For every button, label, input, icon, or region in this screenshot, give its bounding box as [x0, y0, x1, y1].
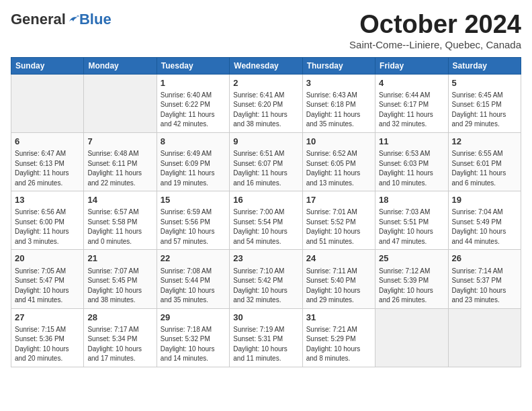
page-header: General Blue October 2024 Saint-Come--Li… — [11, 11, 521, 50]
calendar-cell: 18Sunrise: 7:03 AM Sunset: 5:51 PM Dayli… — [375, 191, 448, 250]
day-number: 4 — [379, 77, 444, 89]
day-number: 29 — [161, 312, 226, 324]
week-row-3: 13Sunrise: 6:56 AM Sunset: 6:00 PM Dayli… — [11, 191, 521, 250]
day-number: 27 — [15, 312, 80, 324]
calendar-cell: 13Sunrise: 6:56 AM Sunset: 6:00 PM Dayli… — [11, 191, 84, 250]
day-info: Sunrise: 6:40 AM Sunset: 6:22 PM Dayligh… — [161, 91, 226, 130]
day-info: Sunrise: 6:53 AM Sunset: 6:03 PM Dayligh… — [379, 149, 444, 188]
calendar-cell: 5Sunrise: 6:45 AM Sunset: 6:15 PM Daylig… — [448, 74, 521, 132]
day-number: 14 — [87, 194, 152, 206]
calendar-cell: 20Sunrise: 7:05 AM Sunset: 5:47 PM Dayli… — [11, 250, 84, 308]
calendar-cell: 23Sunrise: 7:10 AM Sunset: 5:42 PM Dayli… — [230, 250, 302, 308]
week-row-4: 20Sunrise: 7:05 AM Sunset: 5:47 PM Dayli… — [11, 250, 521, 308]
day-info: Sunrise: 7:08 AM Sunset: 5:44 PM Dayligh… — [161, 267, 226, 306]
calendar-cell — [11, 74, 84, 132]
day-number: 30 — [233, 312, 298, 324]
calendar-cell: 12Sunrise: 6:55 AM Sunset: 6:01 PM Dayli… — [448, 132, 521, 191]
day-info: Sunrise: 7:11 AM Sunset: 5:40 PM Dayligh… — [306, 267, 371, 306]
calendar-table: SundayMondayTuesdayWednesdayThursdayFrid… — [11, 57, 521, 367]
calendar-cell: 21Sunrise: 7:07 AM Sunset: 5:45 PM Dayli… — [84, 250, 157, 308]
day-number: 6 — [15, 136, 80, 148]
day-number: 17 — [306, 194, 371, 206]
day-info: Sunrise: 6:45 AM Sunset: 6:15 PM Dayligh… — [452, 91, 517, 130]
logo-bird-icon — [67, 13, 79, 26]
day-number: 2 — [233, 77, 298, 89]
day-info: Sunrise: 6:47 AM Sunset: 6:13 PM Dayligh… — [15, 149, 80, 188]
title-block: October 2024 Saint-Come--Liniere, Quebec… — [349, 11, 521, 50]
day-header-sunday: Sunday — [11, 57, 84, 74]
day-info: Sunrise: 6:48 AM Sunset: 6:11 PM Dayligh… — [87, 149, 152, 188]
day-info: Sunrise: 6:43 AM Sunset: 6:18 PM Dayligh… — [306, 91, 371, 130]
calendar-cell: 9Sunrise: 6:51 AM Sunset: 6:07 PM Daylig… — [230, 132, 302, 191]
day-info: Sunrise: 7:10 AM Sunset: 5:42 PM Dayligh… — [233, 267, 298, 306]
day-number: 11 — [379, 136, 444, 148]
calendar-cell: 27Sunrise: 7:15 AM Sunset: 5:36 PM Dayli… — [11, 308, 84, 367]
day-number: 23 — [233, 253, 298, 265]
day-info: Sunrise: 6:59 AM Sunset: 5:56 PM Dayligh… — [161, 208, 226, 246]
day-header-monday: Monday — [84, 57, 157, 74]
day-info: Sunrise: 6:56 AM Sunset: 6:00 PM Dayligh… — [15, 208, 80, 246]
week-row-1: 1Sunrise: 6:40 AM Sunset: 6:22 PM Daylig… — [11, 74, 521, 132]
calendar-cell: 24Sunrise: 7:11 AM Sunset: 5:40 PM Dayli… — [302, 250, 375, 308]
day-number: 19 — [452, 194, 517, 206]
day-header-wednesday: Wednesday — [230, 57, 302, 74]
day-number: 3 — [306, 77, 371, 89]
calendar-cell: 22Sunrise: 7:08 AM Sunset: 5:44 PM Dayli… — [157, 250, 229, 308]
day-info: Sunrise: 7:12 AM Sunset: 5:39 PM Dayligh… — [379, 267, 444, 306]
day-info: Sunrise: 7:04 AM Sunset: 5:49 PM Dayligh… — [452, 208, 517, 246]
calendar-cell: 19Sunrise: 7:04 AM Sunset: 5:49 PM Dayli… — [448, 191, 521, 250]
day-number: 18 — [379, 194, 444, 206]
day-number: 21 — [87, 253, 152, 265]
day-number: 10 — [306, 136, 371, 148]
week-row-5: 27Sunrise: 7:15 AM Sunset: 5:36 PM Dayli… — [11, 308, 521, 367]
calendar-cell: 29Sunrise: 7:18 AM Sunset: 5:32 PM Dayli… — [157, 308, 229, 367]
day-info: Sunrise: 7:03 AM Sunset: 5:51 PM Dayligh… — [379, 208, 444, 246]
day-number: 26 — [452, 253, 517, 265]
logo: General Blue — [11, 11, 112, 28]
calendar-cell: 31Sunrise: 7:21 AM Sunset: 5:29 PM Dayli… — [302, 308, 375, 367]
day-info: Sunrise: 7:00 AM Sunset: 5:54 PM Dayligh… — [233, 208, 298, 246]
month-title: October 2024 — [349, 11, 521, 39]
day-info: Sunrise: 7:15 AM Sunset: 5:36 PM Dayligh… — [15, 325, 80, 364]
day-info: Sunrise: 7:17 AM Sunset: 5:34 PM Dayligh… — [87, 325, 152, 364]
day-header-thursday: Thursday — [302, 57, 375, 74]
day-info: Sunrise: 6:55 AM Sunset: 6:01 PM Dayligh… — [452, 149, 517, 188]
calendar-cell: 17Sunrise: 7:01 AM Sunset: 5:52 PM Dayli… — [302, 191, 375, 250]
location-text: Saint-Come--Liniere, Quebec, Canada — [349, 39, 521, 50]
header-row: SundayMondayTuesdayWednesdayThursdayFrid… — [11, 57, 521, 74]
day-number: 20 — [15, 253, 80, 265]
day-info: Sunrise: 6:41 AM Sunset: 6:20 PM Dayligh… — [233, 91, 298, 130]
calendar-cell: 2Sunrise: 6:41 AM Sunset: 6:20 PM Daylig… — [230, 74, 302, 132]
calendar-cell: 1Sunrise: 6:40 AM Sunset: 6:22 PM Daylig… — [157, 74, 229, 132]
calendar-cell — [84, 74, 157, 132]
calendar-cell — [375, 308, 448, 367]
day-number: 12 — [452, 136, 517, 148]
day-info: Sunrise: 7:21 AM Sunset: 5:29 PM Dayligh… — [306, 325, 371, 364]
calendar-cell: 25Sunrise: 7:12 AM Sunset: 5:39 PM Dayli… — [375, 250, 448, 308]
day-number: 1 — [161, 77, 226, 89]
day-header-saturday: Saturday — [448, 57, 521, 74]
day-number: 28 — [87, 312, 152, 324]
day-info: Sunrise: 6:44 AM Sunset: 6:17 PM Dayligh… — [379, 91, 444, 130]
calendar-cell — [448, 308, 521, 367]
day-number: 24 — [306, 253, 371, 265]
calendar-cell: 7Sunrise: 6:48 AM Sunset: 6:11 PM Daylig… — [84, 132, 157, 191]
day-info: Sunrise: 6:57 AM Sunset: 5:58 PM Dayligh… — [87, 208, 152, 246]
calendar-cell: 26Sunrise: 7:14 AM Sunset: 5:37 PM Dayli… — [448, 250, 521, 308]
day-info: Sunrise: 6:49 AM Sunset: 6:09 PM Dayligh… — [161, 149, 226, 188]
day-info: Sunrise: 7:18 AM Sunset: 5:32 PM Dayligh… — [161, 325, 226, 364]
calendar-cell: 14Sunrise: 6:57 AM Sunset: 5:58 PM Dayli… — [84, 191, 157, 250]
day-number: 13 — [15, 194, 80, 206]
calendar-cell: 6Sunrise: 6:47 AM Sunset: 6:13 PM Daylig… — [11, 132, 84, 191]
day-number: 22 — [161, 253, 226, 265]
day-header-friday: Friday — [375, 57, 448, 74]
day-info: Sunrise: 7:05 AM Sunset: 5:47 PM Dayligh… — [15, 267, 80, 306]
day-number: 9 — [233, 136, 298, 148]
calendar-cell: 30Sunrise: 7:19 AM Sunset: 5:31 PM Dayli… — [230, 308, 302, 367]
day-number: 8 — [161, 136, 226, 148]
day-number: 15 — [161, 194, 226, 206]
day-info: Sunrise: 6:51 AM Sunset: 6:07 PM Dayligh… — [233, 149, 298, 188]
calendar-cell: 3Sunrise: 6:43 AM Sunset: 6:18 PM Daylig… — [302, 74, 375, 132]
logo-general-text: General — [11, 11, 66, 28]
calendar-cell: 15Sunrise: 6:59 AM Sunset: 5:56 PM Dayli… — [157, 191, 229, 250]
